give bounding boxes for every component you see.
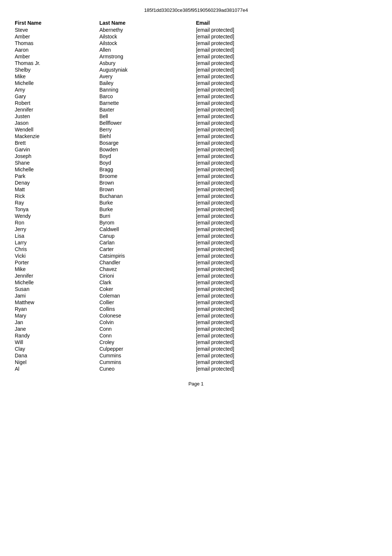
cell-50-1: Cummins: [99, 359, 196, 365]
cell-12-2: [email protected]: [196, 106, 377, 113]
table-row: JustenBell[email protected]: [15, 113, 377, 120]
table-row: ThomasAilstock[email protected]: [15, 40, 377, 47]
cell-15-2: [email protected]: [196, 126, 377, 133]
cell-13-1: Bell: [99, 113, 196, 120]
col-header-firstname: First Name: [15, 20, 99, 27]
cell-33-1: Carter: [99, 246, 196, 253]
cell-38-2: [email protected]: [196, 279, 377, 286]
cell-31-2: [email protected]: [196, 233, 377, 239]
table-row: VickiCatsimpiris[email protected]: [15, 253, 377, 259]
cell-10-1: Barco: [99, 93, 196, 100]
cell-7-1: Avery: [99, 73, 196, 80]
cell-47-0: Will: [15, 339, 99, 346]
cell-19-1: Boyd: [99, 153, 196, 159]
cell-23-0: Denay: [15, 179, 99, 186]
col-header-email: Email: [196, 20, 377, 27]
cell-47-2: [email protected]: [196, 339, 377, 346]
cell-10-0: Gary: [15, 93, 99, 100]
cell-5-0: Thomas Jr.: [15, 60, 99, 66]
cell-33-0: Chris: [15, 246, 99, 253]
cell-25-1: Buchanan: [99, 193, 196, 199]
cell-50-0: Nigel: [15, 359, 99, 365]
cell-23-1: Brown: [99, 179, 196, 186]
cell-45-2: [email protected]: [196, 326, 377, 332]
cell-15-1: Berry: [99, 126, 196, 133]
table-row: ShelbyAugustyniak[email protected]: [15, 66, 377, 73]
page-number: Page 1: [15, 381, 377, 387]
cell-39-0: Susan: [15, 286, 99, 292]
page-header: 185f1dd330230ce385f95190560239ad381077e4: [15, 7, 377, 13]
cell-14-1: Bellflower: [99, 120, 196, 126]
cell-2-2: [email protected]: [196, 40, 377, 47]
cell-0-1: Abernethy: [99, 27, 196, 33]
cell-2-0: Thomas: [15, 40, 99, 47]
cell-44-2: [email protected]: [196, 319, 377, 326]
table-row: JaneConn[email protected]: [15, 326, 377, 332]
cell-12-1: Baxter: [99, 106, 196, 113]
table-row: LarryCarlan[email protected]: [15, 239, 377, 246]
cell-13-2: [email protected]: [196, 113, 377, 120]
cell-23-2: [email protected]: [196, 179, 377, 186]
table-row: JerryCaldwell[email protected]: [15, 226, 377, 233]
cell-21-0: Michelle: [15, 166, 99, 173]
cell-8-2: [email protected]: [196, 80, 377, 86]
cell-42-0: Ryan: [15, 306, 99, 312]
cell-32-0: Larry: [15, 239, 99, 246]
cell-35-1: Chandler: [99, 259, 196, 266]
table-row: JenniferBaxter[email protected]: [15, 106, 377, 113]
cell-28-2: [email protected]: [196, 213, 377, 219]
cell-6-1: Augustyniak: [99, 66, 196, 73]
cell-20-2: [email protected]: [196, 159, 377, 166]
cell-44-0: Jan: [15, 319, 99, 326]
cell-43-0: Mary: [15, 312, 99, 319]
cell-3-1: Allen: [99, 47, 196, 53]
cell-48-0: Clay: [15, 346, 99, 352]
cell-46-0: Randy: [15, 332, 99, 339]
cell-28-0: Wendy: [15, 213, 99, 219]
cell-49-1: Cummins: [99, 352, 196, 359]
cell-36-0: Mike: [15, 266, 99, 272]
table-row: RayBurke[email protected]: [15, 199, 377, 206]
cell-51-1: Cuneo: [99, 365, 196, 372]
cell-45-1: Conn: [99, 326, 196, 332]
table-row: JosephBoyd[email protected]: [15, 153, 377, 159]
table-row: RobertBarnette[email protected]: [15, 100, 377, 106]
cell-27-2: [email protected]: [196, 206, 377, 213]
cell-34-1: Catsimpiris: [99, 253, 196, 259]
cell-4-0: Amber: [15, 53, 99, 60]
cell-40-1: Coleman: [99, 292, 196, 299]
cell-31-1: Canup: [99, 233, 196, 239]
cell-14-2: [email protected]: [196, 120, 377, 126]
cell-30-2: [email protected]: [196, 226, 377, 233]
cell-16-1: Biehl: [99, 133, 196, 140]
cell-40-2: [email protected]: [196, 292, 377, 299]
table-row: MattBrown[email protected]: [15, 186, 377, 193]
cell-19-2: [email protected]: [196, 153, 377, 159]
cell-51-2: [email protected]: [196, 365, 377, 372]
table-row: MatthewCollier[email protected]: [15, 299, 377, 306]
cell-25-2: [email protected]: [196, 193, 377, 199]
cell-9-1: Banning: [99, 86, 196, 93]
table-row: RickBuchanan[email protected]: [15, 193, 377, 199]
cell-41-0: Matthew: [15, 299, 99, 306]
cell-28-1: Burri: [99, 213, 196, 219]
cell-32-2: [email protected]: [196, 239, 377, 246]
cell-18-0: Garvin: [15, 146, 99, 153]
cell-36-2: [email protected]: [196, 266, 377, 272]
table-row: RyanCollins[email protected]: [15, 306, 377, 312]
cell-36-1: Chavez: [99, 266, 196, 272]
cell-1-1: Ailstock: [99, 33, 196, 40]
cell-7-0: Mike: [15, 73, 99, 80]
cell-1-2: [email protected]: [196, 33, 377, 40]
table-row: MackenzieBiehl[email protected]: [15, 133, 377, 140]
cell-17-2: [email protected]: [196, 140, 377, 146]
cell-32-1: Carlan: [99, 239, 196, 246]
cell-42-2: [email protected]: [196, 306, 377, 312]
table-row: DanaCummins[email protected]: [15, 352, 377, 359]
table-row: WendellBerry[email protected]: [15, 126, 377, 133]
table-row: JasonBellflower[email protected]: [15, 120, 377, 126]
table-row: TonyaBurke[email protected]: [15, 206, 377, 213]
cell-33-2: [email protected]: [196, 246, 377, 253]
cell-38-0: Michelle: [15, 279, 99, 286]
table-row: JanColvin[email protected]: [15, 319, 377, 326]
